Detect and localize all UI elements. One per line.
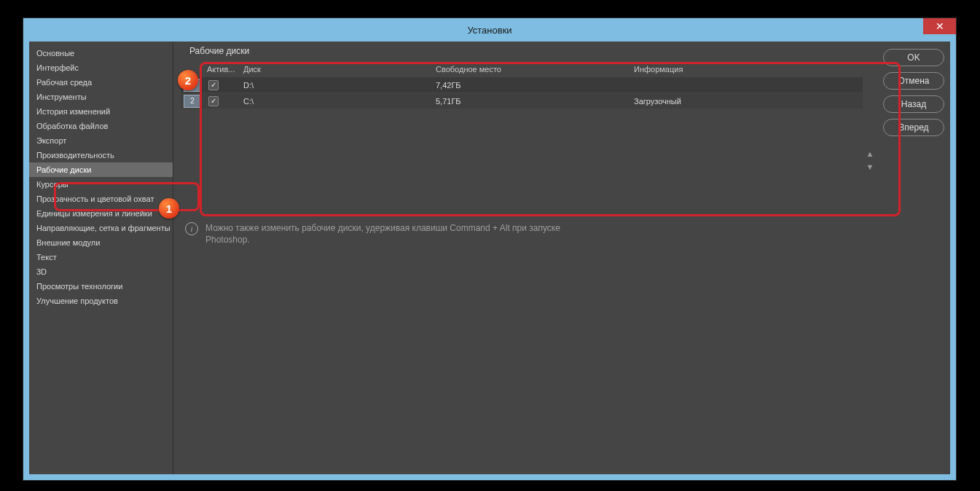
- sidebar: Основные Интерфейс Рабочая среда Инструм…: [29, 42, 173, 474]
- back-button[interactable]: Назад: [883, 95, 944, 113]
- titlebar: Установки ✕: [23, 18, 956, 42]
- cell-disk: D:\: [240, 81, 433, 90]
- cell-disk: C:\: [240, 97, 433, 106]
- close-icon: ✕: [936, 20, 944, 32]
- sidebar-item-filehandling[interactable]: Обработка файлов: [29, 119, 173, 133]
- panel-title: Рабочие диски: [181, 46, 877, 56]
- sidebar-item-tools[interactable]: Инструменты: [29, 90, 173, 104]
- col-active: Актив...: [204, 65, 240, 74]
- reorder-arrows: ▲ ▼: [863, 62, 877, 171]
- checkbox-active[interactable]: [208, 96, 219, 106]
- hint-text: Можно также изменить рабочие диски, удер…: [205, 222, 584, 246]
- cell-info: Загрузочный: [631, 97, 863, 106]
- sidebar-item-transparency[interactable]: Прозрачность и цветовой охват: [29, 192, 173, 206]
- table-header: Актив... Диск Свободное место Информация: [181, 62, 863, 76]
- move-down-button[interactable]: ▼: [866, 162, 874, 171]
- sidebar-item-general[interactable]: Основные: [29, 46, 173, 60]
- ok-button[interactable]: OK: [883, 49, 944, 66]
- sidebar-item-3d[interactable]: 3D: [29, 264, 173, 279]
- sidebar-item-workspace[interactable]: Рабочая среда: [29, 75, 173, 90]
- move-up-button[interactable]: ▲: [866, 149, 874, 158]
- row-number: 2: [184, 95, 201, 108]
- sidebar-item-tech-previews[interactable]: Просмотры технологии: [29, 279, 173, 294]
- row-number: 1: [184, 79, 201, 92]
- sidebar-item-performance[interactable]: Производительность: [29, 148, 173, 162]
- sidebar-item-interface[interactable]: Интерфейс: [29, 60, 173, 75]
- col-disk: Диск: [240, 65, 433, 74]
- sidebar-item-product-improvement[interactable]: Улучшение продуктов: [29, 294, 173, 308]
- sidebar-item-type[interactable]: Текст: [29, 250, 173, 264]
- info-icon: i: [185, 222, 198, 235]
- sidebar-item-units[interactable]: Единицы измерения и линейки: [29, 206, 173, 221]
- table-row[interactable]: 1 D:\ 7,42ГБ: [181, 76, 863, 93]
- content-area: Основные Интерфейс Рабочая среда Инструм…: [29, 42, 950, 474]
- checkbox-active[interactable]: [208, 80, 219, 90]
- cell-free: 7,42ГБ: [433, 81, 631, 90]
- sidebar-item-scratch-disks[interactable]: Рабочие диски: [29, 162, 173, 177]
- cell-free: 5,71ГБ: [433, 97, 631, 106]
- preferences-window: Установки ✕ Основные Интерфейс Рабочая с…: [23, 17, 957, 481]
- hint-row: i Можно также изменить рабочие диски, уд…: [181, 222, 877, 246]
- cancel-button[interactable]: Отмена: [883, 72, 944, 90]
- sidebar-item-plugins[interactable]: Внешние модули: [29, 235, 173, 250]
- sidebar-item-cursors[interactable]: Курсоры: [29, 177, 173, 192]
- forward-button[interactable]: Вперед: [883, 119, 944, 136]
- scratch-disks-table: Актив... Диск Свободное место Информация…: [181, 62, 863, 171]
- close-button[interactable]: ✕: [923, 18, 956, 34]
- col-info: Информация: [631, 65, 863, 74]
- sidebar-item-history[interactable]: История изменений: [29, 104, 173, 119]
- table-row[interactable]: 2 C:\ 5,71ГБ Загрузочный: [181, 93, 863, 109]
- dialog-buttons: OK Отмена Назад Вперед: [883, 42, 950, 474]
- col-free: Свободное место: [433, 65, 631, 74]
- window-title: Установки: [467, 25, 511, 36]
- main-panel: Рабочие диски Актив... Диск Свободное ме…: [173, 42, 883, 474]
- sidebar-item-guides[interactable]: Направляющие, сетка и фрагменты: [29, 221, 173, 235]
- sidebar-item-export[interactable]: Экспорт: [29, 133, 173, 148]
